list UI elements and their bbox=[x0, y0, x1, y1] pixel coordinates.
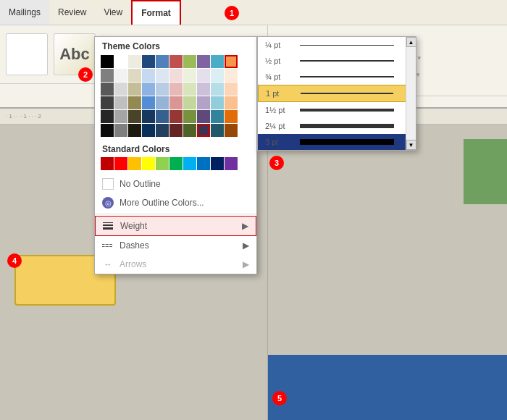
theme-color-cell[interactable] bbox=[128, 55, 141, 68]
theme-color-cell[interactable] bbox=[211, 124, 224, 137]
theme-color-cell[interactable] bbox=[211, 55, 224, 68]
theme-color-cell[interactable] bbox=[169, 83, 183, 96]
std-color-cell[interactable] bbox=[101, 157, 114, 170]
weight-option[interactable]: ¾ pt bbox=[258, 69, 416, 85]
arrows-icon: ↔ bbox=[102, 259, 114, 270]
theme-color-cell[interactable] bbox=[114, 96, 127, 109]
right-pane bbox=[268, 125, 507, 420]
theme-color-cell[interactable] bbox=[156, 110, 169, 123]
theme-color-cell[interactable] bbox=[101, 124, 114, 137]
more-colors-item[interactable]: ◎ More Outline Colors... bbox=[95, 193, 256, 212]
theme-color-cell[interactable] bbox=[225, 124, 238, 137]
theme-color-cell[interactable] bbox=[225, 110, 238, 123]
weight-option[interactable]: ¼ pt bbox=[258, 37, 416, 53]
theme-color-cell[interactable] bbox=[142, 110, 155, 123]
theme-color-cell[interactable] bbox=[101, 83, 114, 96]
no-outline-item[interactable]: No Outline bbox=[95, 175, 256, 193]
theme-color-cell[interactable] bbox=[211, 110, 224, 123]
std-color-cell[interactable] bbox=[128, 157, 141, 170]
theme-color-cell[interactable] bbox=[156, 83, 169, 96]
tab-view[interactable]: View bbox=[95, 0, 131, 25]
theme-color-cell[interactable] bbox=[156, 96, 169, 109]
theme-color-cell[interactable] bbox=[142, 83, 155, 96]
theme-color-cell[interactable] bbox=[211, 83, 224, 96]
tab-format[interactable]: Format bbox=[131, 0, 181, 25]
arrows-item[interactable]: ↔ Arrows ▶ bbox=[95, 255, 256, 274]
green-shape[interactable] bbox=[464, 139, 507, 204]
theme-color-cell[interactable] bbox=[225, 69, 238, 82]
theme-color-cell[interactable] bbox=[142, 124, 155, 137]
scroll-up-button[interactable]: ▲ bbox=[406, 37, 416, 47]
theme-color-cell[interactable] bbox=[183, 55, 196, 68]
theme-color-cell[interactable] bbox=[156, 124, 169, 137]
std-color-cell[interactable] bbox=[183, 157, 196, 170]
theme-color-cell[interactable] bbox=[197, 96, 210, 109]
theme-color-cell[interactable] bbox=[197, 83, 210, 96]
theme-color-cell[interactable] bbox=[101, 110, 114, 123]
theme-color-cell[interactable] bbox=[114, 110, 127, 123]
theme-color-cell[interactable] bbox=[128, 96, 141, 109]
shape-style-plain[interactable] bbox=[6, 33, 48, 75]
theme-color-cell[interactable] bbox=[169, 55, 183, 68]
theme-color-cell[interactable] bbox=[156, 69, 169, 82]
theme-color-cell[interactable] bbox=[114, 124, 127, 137]
badge-4: 4 bbox=[7, 253, 22, 268]
weight-option[interactable]: 3 pt bbox=[258, 134, 416, 150]
theme-color-cell[interactable] bbox=[142, 55, 155, 68]
weight-item[interactable]: Weight ▶ bbox=[95, 216, 256, 236]
tab-review[interactable]: Review bbox=[49, 0, 95, 25]
theme-color-cell[interactable] bbox=[128, 69, 141, 82]
theme-color-cell[interactable] bbox=[142, 96, 155, 109]
theme-color-cell[interactable] bbox=[114, 55, 127, 68]
theme-color-cell[interactable] bbox=[142, 69, 155, 82]
theme-color-cell[interactable] bbox=[101, 96, 114, 109]
theme-color-cell[interactable] bbox=[183, 96, 196, 109]
theme-color-cell[interactable] bbox=[101, 69, 114, 82]
std-color-cell[interactable] bbox=[211, 157, 224, 170]
std-color-cell[interactable] bbox=[114, 157, 127, 170]
weight-line bbox=[301, 93, 393, 95]
weight-line bbox=[300, 76, 394, 77]
theme-color-cell[interactable] bbox=[211, 69, 224, 82]
theme-colors-title: Theme Colors bbox=[95, 37, 256, 54]
theme-color-cell[interactable] bbox=[225, 55, 238, 68]
theme-color-cell[interactable] bbox=[225, 83, 238, 96]
theme-color-cell[interactable] bbox=[197, 55, 210, 68]
theme-color-cell[interactable] bbox=[169, 124, 183, 137]
blue-shape[interactable] bbox=[268, 355, 507, 420]
theme-color-cell[interactable] bbox=[114, 69, 127, 82]
theme-color-cell[interactable] bbox=[128, 83, 141, 96]
dashes-item[interactable]: Dashes ▶ bbox=[95, 236, 256, 255]
std-color-cell[interactable] bbox=[225, 157, 238, 170]
std-color-cell[interactable] bbox=[142, 157, 155, 170]
more-colors-icon: ◎ bbox=[102, 197, 114, 209]
theme-color-cell[interactable] bbox=[169, 96, 183, 109]
weight-option[interactable]: ½ pt bbox=[258, 53, 416, 69]
weight-option[interactable]: 1 pt bbox=[258, 85, 416, 102]
scroll-down-button[interactable]: ▼ bbox=[406, 140, 416, 150]
theme-color-cell[interactable] bbox=[169, 69, 183, 82]
theme-color-cell[interactable] bbox=[169, 110, 183, 123]
theme-color-cell[interactable] bbox=[197, 110, 210, 123]
weight-option[interactable]: 2¼ pt bbox=[258, 118, 416, 134]
theme-color-cell[interactable] bbox=[183, 124, 196, 137]
std-color-cell[interactable] bbox=[169, 157, 183, 170]
std-color-cell[interactable] bbox=[156, 157, 169, 170]
theme-color-cell[interactable] bbox=[183, 110, 196, 123]
weight-item-label: ¼ pt bbox=[265, 41, 294, 49]
theme-color-cell[interactable] bbox=[183, 69, 196, 82]
tab-mailings[interactable]: Mailings bbox=[0, 0, 49, 25]
weight-line-visual bbox=[300, 76, 408, 77]
theme-color-cell[interactable] bbox=[183, 83, 196, 96]
theme-color-cell[interactable] bbox=[197, 69, 210, 82]
theme-color-cell[interactable] bbox=[225, 96, 238, 109]
theme-color-cell[interactable] bbox=[114, 83, 127, 96]
weight-option[interactable]: 1½ pt bbox=[258, 102, 416, 118]
theme-color-cell[interactable] bbox=[197, 124, 210, 137]
theme-color-cell[interactable] bbox=[128, 110, 141, 123]
std-color-cell[interactable] bbox=[197, 157, 210, 170]
theme-color-cell[interactable] bbox=[128, 124, 141, 137]
theme-color-cell[interactable] bbox=[156, 55, 169, 68]
theme-color-cell[interactable] bbox=[211, 96, 224, 109]
theme-color-cell[interactable] bbox=[101, 55, 114, 68]
